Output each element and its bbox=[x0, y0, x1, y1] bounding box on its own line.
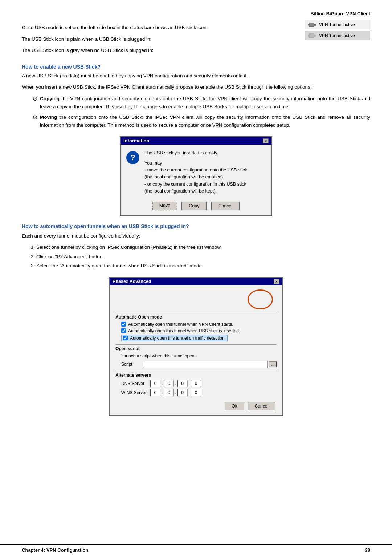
intro-line3: The USB Stick icon is gray when no USB S… bbox=[22, 46, 370, 54]
checkbox-traffic-input[interactable] bbox=[123, 336, 128, 340]
dns-oct3[interactable] bbox=[177, 380, 188, 387]
bullet-dot-2: ⊙ bbox=[33, 113, 40, 121]
wins-oct2[interactable] bbox=[164, 389, 174, 396]
wins-server-row: WINS Server . . . bbox=[121, 389, 277, 396]
usb-active-label2: VPN Tunnel active bbox=[319, 33, 355, 38]
dns-oct4[interactable] bbox=[191, 380, 201, 387]
wins-oct4[interactable] bbox=[191, 389, 201, 396]
phase2-close[interactable]: × bbox=[274, 279, 279, 284]
info-msg-line2: You may bbox=[144, 160, 247, 167]
info-dialog-buttons: Move Copy Cancel bbox=[121, 199, 271, 215]
usb-inactive-item: VPN Tunnel active bbox=[305, 31, 370, 40]
checkbox-vpn-starts-label: Automatically open this tunnel when VPN … bbox=[128, 322, 233, 327]
info-dialog-container: Information × ? The USB stick you insert… bbox=[22, 136, 370, 216]
how-enable-para2: When you insert a new USB Stick, the IPS… bbox=[22, 83, 370, 91]
checkbox-usb-inserted-input[interactable] bbox=[121, 328, 126, 333]
dns-label: DNS Server bbox=[121, 381, 150, 386]
step-3: Select the "Automatically open this tunn… bbox=[36, 262, 370, 270]
cancel-button[interactable]: Cancel bbox=[211, 202, 240, 210]
info-dialog-title: Information bbox=[123, 138, 150, 143]
info-msg-line6: (the local configuration will be kept). bbox=[144, 188, 247, 195]
how-enable-para1: A new USB Stick (no data) must be enable… bbox=[22, 72, 370, 80]
bullet-move-rest: the configuration onto the USB Stick: th… bbox=[40, 114, 370, 128]
info-msg-line1: The USB stick you inserted is empty. bbox=[144, 150, 247, 157]
phase2-cancel-button[interactable]: Cancel bbox=[248, 402, 275, 410]
auto-open-label: Automatic Open mode bbox=[115, 315, 277, 320]
wins-oct1[interactable] bbox=[150, 389, 160, 396]
brand-header: Billion BiGuard VPN Client bbox=[22, 11, 370, 16]
phase2-circle-decoration bbox=[248, 289, 273, 309]
footer-chapter: Chapter 4: VPN Configuration bbox=[22, 547, 88, 553]
steps-list: Select one tunnel by clicking on IPSec C… bbox=[36, 243, 370, 270]
info-dialog-question-icon: ? bbox=[126, 151, 139, 164]
dns-oct2[interactable] bbox=[164, 380, 174, 387]
usb-status-block: VPN Tunnel active VPN Tunnel active bbox=[305, 20, 370, 42]
bullet-copy-row: ⊙ Copying the VPN configuration and secu… bbox=[33, 95, 370, 110]
info-msg-line5: - or copy the current configuration in t… bbox=[144, 181, 247, 188]
phase2-image-area bbox=[115, 289, 277, 311]
how-enable-heading: How to enable a new USB Stick? bbox=[22, 64, 370, 70]
wins-label: WINS Server bbox=[121, 390, 150, 395]
usb-inactive-icon bbox=[308, 32, 317, 39]
svg-rect-5 bbox=[308, 35, 309, 36]
wins-oct3[interactable] bbox=[177, 389, 188, 396]
open-script-desc: Launch a script when this tunnel opens. bbox=[121, 353, 277, 358]
dns-dot1: . bbox=[162, 381, 163, 386]
phase2-titlebar: Phase2 Advanced × bbox=[110, 278, 282, 285]
wins-dot1: . bbox=[162, 390, 163, 395]
bullet-move-text: Moving the configuration onto the USB St… bbox=[40, 113, 370, 129]
move-button[interactable]: Move bbox=[152, 202, 177, 210]
svg-rect-1 bbox=[314, 24, 316, 26]
alt-servers-section: Alternate servers DNS Server . . . WINS … bbox=[115, 371, 277, 396]
info-dialog: Information × ? The USB stick you insert… bbox=[120, 136, 272, 216]
script-input[interactable] bbox=[143, 361, 268, 368]
usb-active-item: VPN Tunnel active bbox=[305, 20, 370, 29]
checkbox-traffic-label: Automatically open this tunnel on traffi… bbox=[130, 336, 226, 341]
phase2-title: Phase2 Advanced bbox=[113, 279, 151, 284]
info-dialog-message: The USB stick you inserted is empty. You… bbox=[144, 150, 247, 195]
alt-servers-label: Alternate servers bbox=[115, 373, 277, 378]
copy-button[interactable]: Copy bbox=[181, 202, 207, 210]
checkbox-vpn-starts-input[interactable] bbox=[121, 322, 126, 327]
how-auto-para1: Each and every tunnel must be configured… bbox=[22, 232, 370, 240]
bullet-copy-term: Copying bbox=[40, 96, 60, 101]
auto-open-section: Automatic Open mode Automatically open t… bbox=[115, 313, 277, 341]
checkbox-usb-inserted: Automatically open this tunnel when USB … bbox=[121, 328, 277, 333]
info-msg-line3: - move the current configuration onto th… bbox=[144, 167, 247, 174]
checkbox-traffic-detection: Automatically open this tunnel on traffi… bbox=[121, 335, 228, 341]
step-1: Select one tunnel by clicking on IPSec C… bbox=[36, 243, 370, 251]
wins-dot2: . bbox=[175, 390, 176, 395]
checkbox-vpn-starts: Automatically open this tunnel when VPN … bbox=[121, 322, 277, 327]
step-2: Click on "P2 Advanced" button bbox=[36, 253, 370, 261]
footer: Chapter 4: VPN Configuration 28 bbox=[0, 544, 392, 555]
usb-active-label1: VPN Tunnel active bbox=[319, 22, 355, 27]
open-script-section: Open script Launch a script when this tu… bbox=[115, 344, 277, 368]
checkbox-usb-inserted-label: Automatically open this tunnel when USB … bbox=[128, 328, 240, 333]
svg-rect-0 bbox=[309, 23, 314, 27]
phase2-dialog: Phase2 Advanced × Automatic Open mode Au… bbox=[109, 277, 283, 416]
phase2-dialog-container: Phase2 Advanced × Automatic Open mode Au… bbox=[22, 277, 370, 416]
info-dialog-titlebar: Information × bbox=[121, 137, 271, 145]
script-label: Script bbox=[121, 362, 143, 367]
bullet-copy-text: Copying the VPN configuration and securi… bbox=[40, 95, 370, 110]
dns-oct1[interactable] bbox=[150, 380, 160, 387]
info-dialog-close[interactable]: × bbox=[263, 138, 269, 143]
footer-page: 28 bbox=[365, 547, 370, 553]
phase2-ok-button[interactable]: Ok bbox=[225, 402, 244, 410]
svg-rect-3 bbox=[309, 34, 314, 37]
bullet-move-row: ⊙ Moving the configuration onto the USB … bbox=[33, 113, 370, 129]
wins-dot3: . bbox=[189, 390, 190, 395]
usb-active-icon bbox=[308, 21, 317, 28]
svg-rect-2 bbox=[308, 24, 309, 25]
info-dialog-body: ? The USB stick you inserted is empty. Y… bbox=[121, 145, 271, 198]
phase2-body: Automatic Open mode Automatically open t… bbox=[110, 285, 282, 415]
browse-button[interactable]: ... bbox=[269, 361, 277, 367]
script-field-row: Script ... bbox=[121, 361, 277, 368]
bullet-move-term: Moving bbox=[40, 114, 57, 120]
phase2-buttons: Ok Cancel bbox=[115, 399, 277, 412]
info-msg-line4: (the local configuration will be emptied… bbox=[144, 174, 247, 181]
open-script-label: Open script bbox=[115, 346, 277, 351]
dns-dot2: . bbox=[175, 381, 176, 386]
how-auto-heading: How to automatically open tunnels when a… bbox=[22, 223, 370, 229]
dns-server-row: DNS Server . . . bbox=[121, 380, 277, 387]
